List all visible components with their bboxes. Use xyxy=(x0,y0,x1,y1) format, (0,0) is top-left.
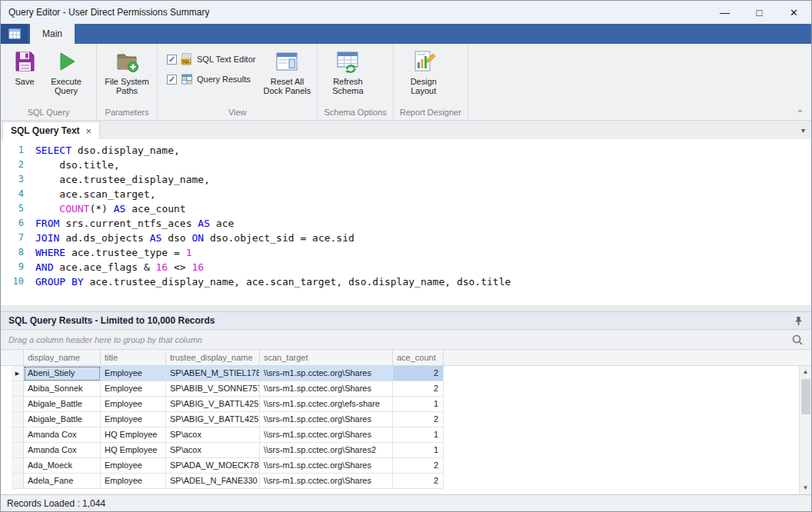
grid-cell-display_name[interactable]: Adela_Fane xyxy=(24,474,101,489)
grid-cell-ace_count[interactable]: 2 xyxy=(393,412,444,427)
grid-cell-scan_target[interactable]: \\srs-m1.sp.cctec.org\Shares xyxy=(260,458,393,474)
save-button[interactable]: Save xyxy=(7,47,42,86)
reset-dock-panels-button[interactable]: Reset All Dock Panels xyxy=(263,47,311,95)
grid-cell-display_name[interactable]: Abigale_Battle xyxy=(24,397,101,412)
grid-cell-ace_count[interactable]: 2 xyxy=(393,474,444,489)
grid-cell-ace_count[interactable]: 1 xyxy=(393,397,444,412)
grid-cell-ace_count[interactable]: 2 xyxy=(393,381,444,397)
grid-cell-display_name[interactable]: Amanda Cox xyxy=(24,443,101,458)
grid-cell-title[interactable]: Employee xyxy=(101,397,166,412)
grid-cell-trustee_display_name[interactable]: SP\ABIG_V_BATTL425 xyxy=(166,397,260,412)
column-header-ace_count[interactable]: ace_count xyxy=(393,350,444,365)
grid-cell-scan_target[interactable]: \\srs-m1.sp.cctec.org\Shares xyxy=(260,412,393,427)
grid-cell-trustee_display_name[interactable]: SP\ADEL_N_FANE330 xyxy=(166,474,260,489)
grid-cell-scan_target[interactable]: \\srs-m1.sp.cctec.org\Shares xyxy=(260,381,393,397)
grid-cell-title[interactable]: Employee xyxy=(101,458,166,474)
refresh-schema-button[interactable]: Refresh Schema xyxy=(324,47,371,95)
design-layout-button[interactable]: Design Layout xyxy=(400,47,448,95)
pin-icon[interactable] xyxy=(794,316,804,326)
window-controls: — □ ✕ xyxy=(707,1,811,24)
grid-cell-title[interactable]: Employee xyxy=(101,474,166,489)
grid-cell-scan_target[interactable]: \\srs-m1.sp.cctec.org\Shares2 xyxy=(260,443,393,458)
ribbon-collapse-button[interactable]: ⌃ xyxy=(797,108,804,118)
grid-cell-trustee_display_name[interactable]: SP\acox xyxy=(166,427,260,443)
sql-text-editor-toggle[interactable]: ✓ SQL SQL Text Editor xyxy=(167,53,255,65)
code-line: 3 ace.trustee_display_name, xyxy=(1,172,811,187)
group-report-designer: Design Layout Report Designer xyxy=(394,44,468,120)
checkbox-sql-text-editor[interactable]: ✓ xyxy=(167,55,177,65)
tab-main[interactable]: Main xyxy=(30,24,75,44)
column-header-scan_target[interactable]: scan_target xyxy=(260,350,393,365)
sql-editor[interactable]: 1SELECT dso.display_name,2 dso.title,3 a… xyxy=(1,139,811,305)
grid-cell-display_name[interactable]: Abigale_Battle xyxy=(24,412,101,427)
grid-cell-trustee_display_name[interactable]: SP\acox xyxy=(166,443,260,458)
results-title: SQL Query Results - Limited to 10,000 Re… xyxy=(8,315,215,326)
checkbox-query-results[interactable]: ✓ xyxy=(167,75,177,85)
grid-cell-title[interactable]: Employee xyxy=(101,381,166,397)
table-row[interactable]: Abiba_SonnekEmployeeSP\ABIB_V_SONNE757\\… xyxy=(1,381,811,397)
grid-cell-scan_target[interactable]: \\srs-m1.sp.cctec.org\Shares xyxy=(260,427,393,443)
scroll-up-icon[interactable]: ▲ xyxy=(800,366,811,378)
grid-cell-scan_target[interactable]: \\srs-m1.sp.cctec.org\Shares xyxy=(260,474,393,489)
grid-cell-title[interactable]: Employee xyxy=(101,412,166,427)
tab-close-icon[interactable]: × xyxy=(86,126,92,136)
tab-sql-query-text[interactable]: SQL Query Text × xyxy=(2,121,100,139)
grid-cell-trustee_display_name[interactable]: SP\ADA_W_MOECK784 xyxy=(166,458,260,474)
tab-list-dropdown-icon[interactable]: ▾ xyxy=(795,126,811,135)
group-sql-query: Save Execute Query SQL Query xyxy=(1,44,97,120)
scroll-thumb[interactable] xyxy=(801,379,810,414)
panel-splitter[interactable] xyxy=(1,305,811,311)
maximize-button[interactable]: □ xyxy=(742,1,777,24)
group-schema-options: Refresh Schema Schema Options xyxy=(318,44,393,120)
grid-cell-ace_count[interactable]: 2 xyxy=(393,458,444,474)
code-line: 1SELECT dso.display_name, xyxy=(1,143,811,158)
row-indicator xyxy=(12,458,24,474)
table-row[interactable]: Amanda CoxHQ EmployeeSP\acox\\srs-m1.sp.… xyxy=(1,427,811,443)
query-results-toggle[interactable]: ✓ Query Results xyxy=(167,73,255,85)
grid-cell-display_name[interactable]: Amanda Cox xyxy=(24,427,101,443)
table-row[interactable]: ▶Abeni_StielyEmployeeSP\ABEN_M_STIEL178\… xyxy=(1,366,811,381)
table-row[interactable]: Adela_FaneEmployeeSP\ADEL_N_FANE330\\srs… xyxy=(1,474,811,489)
row-indicator: ▶ xyxy=(12,366,24,381)
table-row[interactable]: Amanda CoxHQ EmployeeSP\acox\\srs-m1.sp.… xyxy=(1,443,811,458)
group-parameters: File System Paths Parameters xyxy=(97,44,158,120)
table-row[interactable]: Abigale_BattleEmployeeSP\ABIG_V_BATTL425… xyxy=(1,412,811,427)
grid-cell-ace_count[interactable]: 1 xyxy=(393,443,444,458)
grid-cell-trustee_display_name[interactable]: SP\ABEN_M_STIEL178 xyxy=(166,366,260,381)
grid-cell-title[interactable]: Employee xyxy=(101,366,166,381)
column-header-display_name[interactable]: display_name xyxy=(24,350,101,365)
grid-cell-scan_target[interactable]: \\srs-m1.sp.cctec.org\efs-share xyxy=(260,397,393,412)
column-header-title[interactable]: title xyxy=(101,350,166,365)
design-layout-icon xyxy=(411,49,436,74)
titlebar: Query Editor - User Direct Permissions S… xyxy=(1,1,811,24)
vertical-scrollbar[interactable]: ▲ ▼ xyxy=(799,366,811,494)
grid-cell-ace_count[interactable]: 2 xyxy=(393,366,444,381)
grid-cell-title[interactable]: HQ Employee xyxy=(101,427,166,443)
search-icon[interactable] xyxy=(791,334,804,346)
grid-header: display_nametitletrustee_display_namesca… xyxy=(1,350,811,366)
grid-cell-display_name[interactable]: Abiba_Sonnek xyxy=(24,381,101,397)
minimize-button[interactable]: — xyxy=(707,1,742,24)
grid-cell-title[interactable]: HQ Employee xyxy=(101,443,166,458)
line-number: 2 xyxy=(1,158,24,172)
grid-cell-display_name[interactable]: Abeni_Stiely xyxy=(24,366,101,381)
file-tab[interactable] xyxy=(1,24,28,44)
row-indicator xyxy=(12,397,24,412)
group-label-sql-query: SQL Query xyxy=(2,106,95,120)
line-number: 1 xyxy=(1,143,24,158)
group-by-bar[interactable]: Drag a column header here to group by th… xyxy=(1,330,811,350)
grid-cell-scan_target[interactable]: \\srs-m1.sp.cctec.org\Shares xyxy=(260,366,393,381)
scroll-down-icon[interactable]: ▼ xyxy=(800,482,811,494)
execute-query-button[interactable]: Execute Query xyxy=(42,47,90,95)
grid-cell-trustee_display_name[interactable]: SP\ABIB_V_SONNE757 xyxy=(166,381,260,397)
table-row[interactable]: Ada_MoeckEmployeeSP\ADA_W_MOECK784\\srs-… xyxy=(1,458,811,474)
grid-cell-display_name[interactable]: Ada_Moeck xyxy=(24,458,101,474)
column-header-trustee_display_name[interactable]: trustee_display_name xyxy=(166,350,260,365)
grid-cell-ace_count[interactable]: 1 xyxy=(393,427,444,443)
close-button[interactable]: ✕ xyxy=(777,1,811,24)
grid-cell-trustee_display_name[interactable]: SP\ABIG_V_BATTL425 xyxy=(166,412,260,427)
file-system-paths-button[interactable]: File System Paths xyxy=(103,47,151,95)
line-number: 5 xyxy=(1,201,24,216)
code-line: 8WHERE ace.trustee_type = 1 xyxy=(1,245,811,260)
table-row[interactable]: Abigale_BattleEmployeeSP\ABIG_V_BATTL425… xyxy=(1,397,811,412)
